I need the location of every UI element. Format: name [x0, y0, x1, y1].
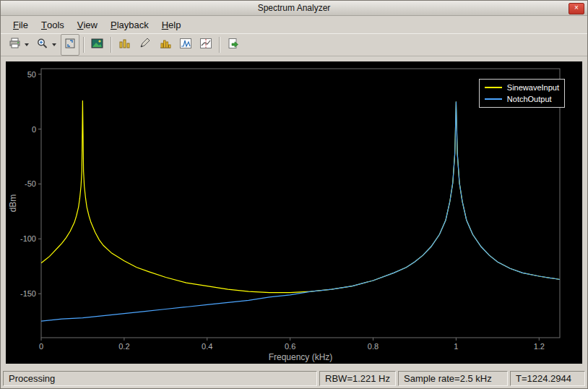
- magnifier-icon: [36, 38, 49, 52]
- dropdown-arrow-icon[interactable]: [25, 43, 29, 46]
- histogram-icon: [159, 38, 172, 52]
- toolbar-separator: [219, 37, 220, 53]
- spectral-mask-button[interactable]: [116, 34, 134, 56]
- figure-area: 00.20.40.60.811.2500-50-100-150Frequency…: [1, 56, 587, 369]
- x-tick-label: 1.2: [534, 342, 545, 351]
- status-message: Processing: [3, 371, 317, 386]
- menu-help[interactable]: Help: [155, 16, 188, 33]
- dropdown-arrow-icon[interactable]: [52, 43, 56, 46]
- menu-bar: FileToolsViewPlaybackHelp: [1, 16, 587, 33]
- y-tick-label: -50: [25, 179, 36, 188]
- fit-to-view-button[interactable]: [61, 34, 79, 56]
- legend-line-sample: [485, 87, 502, 88]
- x-tick-label: 0.2: [118, 342, 129, 351]
- y-tick-label: 0: [32, 125, 36, 134]
- legend-line-sample: [485, 98, 502, 100]
- legend-entry-sinewaveinput[interactable]: SinewaveInput: [485, 82, 559, 93]
- cursor-measurements-button[interactable]: [196, 34, 215, 56]
- status-cell-time: T=1224.2944: [510, 371, 585, 386]
- x-tick-label: 0.6: [285, 342, 295, 351]
- y-tick-label: 50: [27, 70, 36, 79]
- title-bar[interactable]: Spectrum Analyzer ×: [1, 1, 587, 16]
- histogram-button[interactable]: [156, 34, 175, 56]
- x-axis-label: Frequency (kHz): [269, 352, 333, 362]
- zoom-button[interactable]: [33, 34, 59, 56]
- spectrum-analyzer-window: Spectrum Analyzer × FileToolsViewPlaybac…: [0, 0, 588, 389]
- y-tick-label: -150: [20, 289, 36, 298]
- x-tick-label: 1: [454, 342, 458, 351]
- legend-label: NotchOutput: [507, 95, 552, 103]
- window-title: Spectrum Analyzer: [258, 3, 331, 13]
- toolbar-separator: [111, 37, 112, 53]
- mask-bars-icon: [118, 38, 131, 52]
- spectrogram-button[interactable]: [88, 34, 107, 56]
- menu-view[interactable]: View: [71, 16, 104, 33]
- legend-label: SinewaveInput: [507, 83, 559, 92]
- print-button[interactable]: [6, 34, 32, 56]
- x-tick-label: 0: [39, 342, 43, 351]
- y-tick-label: -100: [20, 234, 36, 243]
- scope-display[interactable]: 00.20.40.60.811.2500-50-100-150Frequency…: [6, 61, 582, 364]
- menu-playback[interactable]: Playback: [104, 16, 155, 33]
- legend[interactable]: SinewaveInputNotchOutput: [479, 79, 565, 108]
- axes-box: [41, 69, 560, 338]
- peak-trace-icon: [179, 38, 192, 52]
- x-tick-label: 0.4: [202, 342, 212, 351]
- toolbar-separator: [83, 37, 85, 53]
- peak-finder-button[interactable]: [176, 34, 195, 56]
- status-bar: Processing RBW=1.221 HzSample rate=2.5 k…: [1, 369, 587, 388]
- y-axis-label: dBm: [8, 194, 18, 213]
- toolbar: [1, 33, 587, 56]
- legend-entry-notchoutput[interactable]: NotchOutput: [485, 93, 559, 105]
- printer-icon: [9, 38, 22, 52]
- page-arrow-icon: [227, 38, 240, 52]
- image-icon: [91, 38, 104, 52]
- x-tick-label: 0.8: [368, 342, 379, 351]
- menu-tools[interactable]: Tools: [35, 16, 71, 33]
- trace-sinewaveinput: [41, 101, 560, 293]
- trace-notchoutput: [41, 102, 560, 322]
- export-button[interactable]: [224, 34, 243, 56]
- annotate-button[interactable]: [136, 34, 155, 56]
- close-button[interactable]: ×: [568, 3, 584, 14]
- status-cell-sample-rate: Sample rate=2.5 kHz: [398, 371, 508, 386]
- pencil-icon: [139, 38, 152, 52]
- expand-icon: [64, 38, 77, 52]
- status-cell-rbw: RBW=1.221 Hz: [319, 371, 396, 386]
- menu-file[interactable]: File: [7, 16, 35, 33]
- cursor-trace-icon: [199, 38, 212, 52]
